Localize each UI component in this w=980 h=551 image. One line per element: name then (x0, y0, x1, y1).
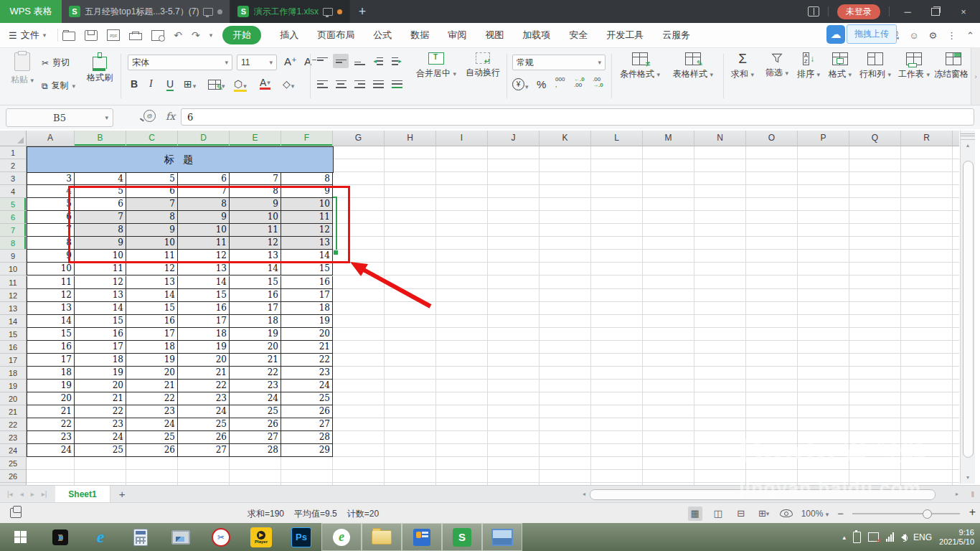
cell-F12[interactable]: 17 (281, 289, 333, 302)
formula-input[interactable]: 6 (181, 108, 974, 126)
cell-F20[interactable]: 25 (281, 392, 333, 405)
horizontal-scrollbar[interactable]: ◂ ▸ (583, 489, 958, 499)
vertical-scroll-thumb[interactable] (963, 161, 974, 458)
cell-A8[interactable]: 8 (27, 237, 75, 250)
cell-B10[interactable]: 11 (75, 263, 126, 276)
cell-F11[interactable]: 16 (281, 276, 333, 289)
cell-C22[interactable]: 24 (126, 418, 178, 431)
cell-E5[interactable]: 9 (230, 198, 281, 211)
cell-C23[interactable]: 25 (126, 431, 178, 444)
start-button[interactable] (0, 523, 40, 551)
taskbar-item-wps[interactable]: S (442, 523, 482, 551)
cell-E18[interactable]: 22 (230, 367, 281, 380)
new-tab-button[interactable]: + (350, 0, 374, 23)
cell-F14[interactable]: 19 (281, 315, 333, 328)
cell-D11[interactable]: 14 (178, 276, 230, 289)
row-header-20[interactable]: 20 (0, 392, 26, 405)
distribute-button[interactable] (389, 77, 405, 91)
merged-title-cell[interactable]: 标 题 (27, 146, 334, 173)
prev-sheet-icon[interactable]: ◂ (20, 490, 24, 498)
freeze-panes-button[interactable]: 冻结窗格 (934, 52, 973, 80)
signal-bars-icon[interactable] (886, 532, 894, 542)
cell-E16[interactable]: 20 (230, 341, 281, 354)
wps-menu-button[interactable]: WPS 表格 (0, 0, 62, 23)
cell-F15[interactable]: 20 (281, 328, 333, 341)
cell-F9[interactable]: 14 (281, 250, 333, 263)
cell-D19[interactable]: 22 (178, 380, 230, 392)
filter-button[interactable]: 筛选 ▾ (760, 52, 793, 79)
sum-button[interactable]: Σ 求和 ▾ (726, 52, 759, 80)
row-header-17[interactable]: 17 (0, 354, 26, 367)
vertical-scrollbar[interactable]: ▴ ▾ (960, 131, 975, 484)
cell-B18[interactable]: 19 (75, 367, 126, 380)
cell-D18[interactable]: 21 (178, 367, 230, 380)
increase-font-button[interactable]: A⁺ (284, 55, 297, 68)
cell-A17[interactable]: 17 (27, 354, 75, 367)
row-header-8[interactable]: 8 (0, 237, 26, 250)
cell-C10[interactable]: 12 (126, 263, 178, 276)
row-header-7[interactable]: 7 (0, 224, 26, 237)
print-preview-icon[interactable] (151, 30, 164, 41)
paste-button[interactable]: 粘贴 ▾ (3, 52, 42, 86)
cell-F8[interactable]: 13 (281, 237, 333, 250)
decrease-indent-button[interactable]: ◂ (370, 54, 386, 68)
cell-F13[interactable]: 18 (281, 302, 333, 315)
justify-button[interactable] (370, 77, 386, 91)
cell-E14[interactable]: 18 (230, 315, 281, 328)
format-painter-button[interactable]: 格式刷 (80, 52, 119, 84)
ribbon-tab-6[interactable]: 视图 (485, 29, 504, 42)
normal-view-icon[interactable]: ▦ (688, 507, 702, 521)
row-header-18[interactable]: 18 (0, 367, 26, 380)
row-header-6[interactable]: 6 (0, 211, 26, 224)
cell-A4[interactable]: 4 (27, 185, 75, 198)
cell-A20[interactable]: 20 (27, 392, 75, 405)
cell-B11[interactable]: 12 (75, 276, 126, 289)
cell-C6[interactable]: 8 (126, 211, 178, 224)
selection-mode-icon[interactable] (10, 508, 22, 518)
cell-style-button[interactable]: ✎▾ (208, 80, 225, 90)
cell-C13[interactable]: 15 (126, 302, 178, 315)
italic-button[interactable]: I (149, 78, 153, 90)
smiley-feedback-icon[interactable]: ☺ (909, 30, 918, 41)
cell-A3[interactable]: 3 (27, 172, 75, 185)
cell-D3[interactable]: 6 (178, 172, 230, 185)
cell-A23[interactable]: 23 (27, 431, 75, 444)
cell-B9[interactable]: 10 (75, 250, 126, 263)
custom-view-icon[interactable]: ⊞▾ (757, 507, 771, 521)
ribbon-expand-button[interactable]: › (971, 48, 980, 105)
row-header-3[interactable]: 3 (0, 172, 26, 185)
row-header-13[interactable]: 13 (0, 302, 26, 315)
cell-F17[interactable]: 22 (281, 354, 333, 367)
ribbon-tab-8[interactable]: 安全 (569, 29, 588, 42)
window-switch-icon[interactable] (808, 6, 819, 17)
row-header-23[interactable]: 23 (0, 431, 26, 444)
cell-C8[interactable]: 10 (126, 237, 178, 250)
cell-A10[interactable]: 10 (27, 263, 75, 276)
borders-button[interactable]: ⊞▾ (184, 78, 196, 90)
row-header-12[interactable]: 12 (0, 289, 26, 302)
column-header-I[interactable]: I (436, 131, 488, 146)
cell-A13[interactable]: 13 (27, 302, 75, 315)
cell-B15[interactable]: 16 (75, 328, 126, 341)
row-header-2[interactable]: 2 (0, 159, 26, 172)
underline-button[interactable]: U (166, 78, 174, 91)
network-disconnected-icon[interactable] (868, 532, 879, 542)
align-bottom-button[interactable] (352, 54, 367, 68)
format-button[interactable]: 格式 ▾ (824, 52, 857, 80)
eraser-button[interactable]: ◇▾ (283, 78, 294, 90)
taskbar-item-recorder[interactable]: ))) (40, 523, 80, 551)
zoom-out-button[interactable]: − (837, 507, 844, 519)
cell-C19[interactable]: 21 (126, 380, 178, 392)
horizontal-scroll-thumb[interactable] (590, 489, 936, 500)
cell-A14[interactable]: 14 (27, 315, 75, 328)
cell-D20[interactable]: 23 (178, 392, 230, 405)
column-header-J[interactable]: J (488, 131, 540, 146)
row-header-25[interactable]: 25 (0, 457, 26, 470)
cell-F7[interactable]: 12 (281, 224, 333, 237)
cell-D7[interactable]: 10 (178, 224, 230, 237)
cell-B21[interactable]: 22 (75, 405, 126, 418)
cell-A5[interactable]: 5 (27, 198, 75, 211)
cell-B5[interactable]: 6 (75, 198, 126, 211)
close-button[interactable]: × (954, 6, 973, 17)
cell-E19[interactable]: 23 (230, 380, 281, 392)
